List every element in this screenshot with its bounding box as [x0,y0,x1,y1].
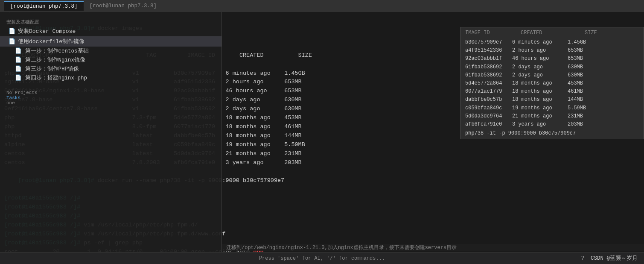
sidebar-subitem-label-2: 第二步：制作Nginx镜像 [25,57,86,63]
bottom-center-text: Press 'space' for AI, '/' for commands..… [259,255,385,261]
bottom-right-group: ? CSDN @蓝颜～岁月 [581,255,638,262]
bottom-bar: Press 'space' for AI, '/' for commands..… [0,252,644,264]
overlay-header: IMAGE ID CREATED SIZE [465,30,639,37]
sidebar-item-compose[interactable]: 📄 安装Docker Compose [0,26,221,36]
file-icon: 📄 [9,28,15,35]
overlay-row-2: 92ac03abbb1f46 hours ago653MB [465,55,639,63]
sidebar-subitem-label-3: 第三步：制作PHP镜像 [25,66,79,72]
sidebar-item-dockerfile[interactable]: 📄 使用dockerfile制作镜像 [0,36,221,47]
bottom-brand: CSDN @蓝颜～岁月 [591,255,638,262]
sidebar-overlay: 🐳 docker 安装及基础配置 📄 安装Docker Compose 📄 使用… [0,0,222,264]
overlay-row-8: c059bfaa849c19 months ago5.59MB [465,104,639,112]
overlay-row-10: afb6fca791e03 years ago203MB [465,120,639,129]
tab-inactive[interactable]: [root@lunan php7.3.8] [84,2,163,10]
section-title-1: 安装及基础配置 [0,16,221,26]
file-icon-2: 📄 [9,38,15,45]
col-header-created: CREATED [521,30,576,36]
overlay-row-9: 5d0da3dc976421 months ago231MB [465,112,639,120]
tab-active[interactable]: [root@lunan php7.3.8] [4,1,84,11]
col-header-size: SIZE [585,30,597,36]
sub-icon-4: 📄 [15,75,22,81]
sidebar-tasks: Tasks [6,95,20,100]
overlay-row-5: 5d4e5772a86418 months ago453MB [465,79,639,88]
sidebar-subitem-2[interactable]: 📄 第二步：制作Nginx镜像 [0,56,221,65]
overlay-cmd-line: php738 -it -p 9000:9000 b30c757909e7 [465,130,639,136]
sidebar-subitem-label-1: 第一步：制作centos基础 [25,48,89,54]
overlay-row-1: a4f9515423362 hours ago653MB [465,47,639,55]
sidebar-subitem-1[interactable]: 📄 第一步：制作centos基础 [0,47,221,56]
sub-icon-2: 📄 [15,57,22,63]
terminal-topbar: [root@lunan php7.3.8] [root@lunan php7.3… [0,0,644,12]
sub-icon-3: 📄 [15,66,22,72]
sidebar-section-1: 安装及基础配置 📄 安装Docker Compose 📄 使用dockerfil… [0,15,221,84]
overlay-row-3: 61fbab5386922 days ago630MB [465,63,639,71]
sidebar-one: one [6,100,15,106]
overlay-row-4: 61fbab5386922 days ago630MB [465,71,639,79]
overlay-row-0: b30c757909e76 minutes ago1.45GB [465,38,639,47]
sidebar-item-label: 安装Docker Compose [18,27,76,35]
overlay-row-6: 6077a1ac177918 months ago461MB [465,88,639,96]
overlay-panel: IMAGE ID CREATED SIZE b30c757909e76 minu… [460,27,644,139]
sidebar-subitem-label-4: 第四步：搭建nginx-php [25,75,87,81]
scroll-hint: 迁移到/opt/web/nginx/nginx-1.21.0,加入nginx虚拟… [222,244,644,251]
sidebar-item-label-2: 使用dockerfile制作镜像 [18,38,85,45]
sidebar-subitem-3[interactable]: 📄 第三步：制作PHP镜像 [0,65,221,73]
overlay-row-7: dabbfbe0c57b18 months ago144MB [465,96,639,104]
question-mark-icon[interactable]: ? [581,255,584,261]
col-header-id: IMAGE ID [465,30,512,36]
sidebar-subitem-4[interactable]: 📄 第四步：搭建nginx-php [0,73,221,82]
sub-icon-1: 📄 [15,48,22,54]
sidebar-footer: No Projects Tasks one [0,88,221,107]
